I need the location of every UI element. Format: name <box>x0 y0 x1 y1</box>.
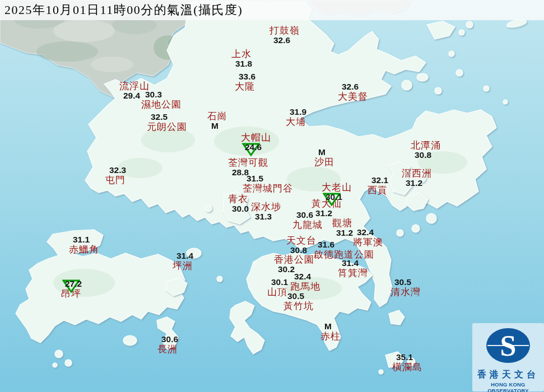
map-title: 2025年10月01日11時00分的氣溫(攝氏度) <box>0 2 243 18</box>
hko-logo-symbol: S <box>472 323 544 368</box>
logo-s-glyph: S <box>500 330 517 362</box>
logo-english-name: HONG KONG OBSERVATORY <box>472 381 544 392</box>
hong-kong-map <box>0 0 544 392</box>
title-bar: 2025年10月01日11時00分的氣溫(攝氏度) <box>0 0 544 20</box>
hko-temperature-map-screen: 32.6 打鼓嶺 31.8 上水 33.6 大隴 <box>0 0 544 392</box>
hko-logo: S 香港天文台 HONG KONG OBSERVATORY <box>472 323 544 391</box>
logo-chinese-name: 香港天文台 <box>472 369 544 381</box>
